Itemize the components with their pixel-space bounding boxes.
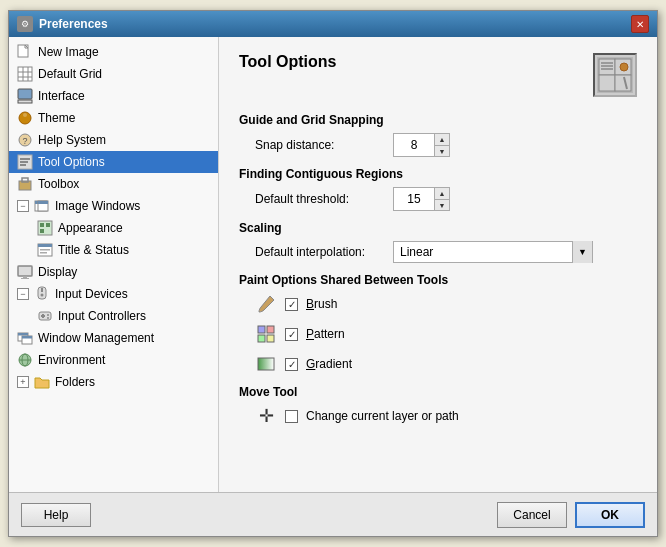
input-devices-expander[interactable]: − xyxy=(17,288,29,300)
threshold-up[interactable]: ▲ xyxy=(435,188,449,199)
gradient-label: Gradient xyxy=(306,357,352,371)
close-button[interactable]: ✕ xyxy=(631,15,649,33)
sidebar-label-title-status: Title & Status xyxy=(58,243,129,257)
pattern-checkbox[interactable] xyxy=(285,328,298,341)
sidebar-item-window-management[interactable]: Window Management xyxy=(9,327,218,349)
sidebar-item-appearance[interactable]: Appearance xyxy=(9,217,218,239)
sidebar-item-folders[interactable]: + Folders xyxy=(9,371,218,393)
svg-point-12 xyxy=(23,113,27,117)
svg-text:?: ? xyxy=(22,136,27,146)
svg-rect-32 xyxy=(40,252,47,254)
move-tool-label: Change current layer or path xyxy=(306,409,459,423)
interpolation-label: Default interpolation: xyxy=(255,245,385,259)
snap-distance-spinners: ▲ ▼ xyxy=(434,134,449,156)
brush-label: Brush xyxy=(306,297,337,311)
sidebar-label-toolbox: Toolbox xyxy=(38,177,79,191)
sidebar-item-image-windows[interactable]: − Image Windows xyxy=(9,195,218,217)
svg-rect-26 xyxy=(40,223,44,227)
svg-point-39 xyxy=(41,294,44,297)
sidebar-label-environment: Environment xyxy=(38,353,105,367)
action-buttons: Cancel OK xyxy=(497,502,645,528)
sidebar-label-new-image: New Image xyxy=(38,45,99,59)
input-devices-icon xyxy=(34,286,50,302)
sidebar-item-toolbox[interactable]: Toolbox xyxy=(9,173,218,195)
input-controllers-icon xyxy=(37,308,53,324)
pattern-row: Pattern xyxy=(255,323,637,345)
svg-rect-30 xyxy=(38,244,52,247)
svg-rect-67 xyxy=(258,358,274,370)
sidebar-item-display[interactable]: Display xyxy=(9,261,218,283)
svg-rect-65 xyxy=(258,335,265,342)
sidebar-label-theme: Theme xyxy=(38,111,75,125)
help-button[interactable]: Help xyxy=(21,503,91,527)
bottom-bar: Help Cancel OK xyxy=(9,492,657,536)
move-tool-checkbox[interactable] xyxy=(285,410,298,423)
tool-options-icon xyxy=(17,154,33,170)
help-system-icon: ? xyxy=(17,132,33,148)
sidebar-item-tool-options[interactable]: Tool Options xyxy=(9,151,218,173)
snap-distance-down[interactable]: ▼ xyxy=(435,145,449,156)
interface-icon xyxy=(17,88,33,104)
tool-options-icon-box xyxy=(593,53,637,97)
default-threshold-row: Default threshold: ▲ ▼ xyxy=(255,187,637,211)
gradient-checkbox[interactable] xyxy=(285,358,298,371)
snap-distance-value[interactable] xyxy=(394,134,434,156)
sidebar-label-help-system: Help System xyxy=(38,133,106,147)
title-bar-left: ⚙ Preferences xyxy=(17,16,108,32)
svg-rect-4 xyxy=(18,67,32,81)
svg-rect-42 xyxy=(41,315,45,317)
theme-icon xyxy=(17,110,33,126)
sidebar-label-input-devices: Input Devices xyxy=(55,287,128,301)
sidebar-label-interface: Interface xyxy=(38,89,85,103)
sidebar-label-image-windows: Image Windows xyxy=(55,199,140,213)
default-threshold-input[interactable]: ▲ ▼ xyxy=(393,187,450,211)
interpolation-select[interactable]: Linear ▼ xyxy=(393,241,593,263)
svg-rect-53 xyxy=(599,59,615,75)
sidebar-item-environment[interactable]: Environment xyxy=(9,349,218,371)
display-icon xyxy=(17,264,33,280)
sidebar-label-window-management: Window Management xyxy=(38,331,154,345)
svg-rect-66 xyxy=(267,335,274,342)
sidebar-item-new-image[interactable]: New Image xyxy=(9,41,218,63)
sidebar-item-theme[interactable]: Theme xyxy=(9,107,218,129)
sidebar-item-title-status[interactable]: Title & Status xyxy=(9,239,218,261)
appearance-icon xyxy=(37,220,53,236)
svg-rect-16 xyxy=(20,158,30,160)
svg-rect-24 xyxy=(38,201,48,204)
svg-rect-46 xyxy=(18,333,28,336)
section-finding-contiguous: Finding Contiguous Regions xyxy=(239,167,637,181)
brush-checkbox[interactable] xyxy=(285,298,298,311)
sidebar-item-interface[interactable]: Interface xyxy=(9,85,218,107)
image-windows-expander[interactable]: − xyxy=(17,200,29,212)
main-panel: Tool Options xyxy=(219,37,657,492)
svg-rect-28 xyxy=(40,229,44,233)
brush-row: Brush xyxy=(255,293,637,315)
sidebar-item-default-grid[interactable]: Default Grid xyxy=(9,63,218,85)
ok-button[interactable]: OK xyxy=(575,502,645,528)
svg-rect-31 xyxy=(40,249,50,251)
threshold-down[interactable]: ▼ xyxy=(435,199,449,210)
default-threshold-value[interactable] xyxy=(394,188,434,210)
snap-distance-input[interactable]: ▲ ▼ xyxy=(393,133,450,157)
sidebar: New Image Default Grid Interface xyxy=(9,37,219,492)
sidebar-item-input-devices[interactable]: − Input Devices xyxy=(9,283,218,305)
svg-point-43 xyxy=(47,314,49,316)
pattern-icon xyxy=(255,323,277,345)
sidebar-item-help-system[interactable]: ? Help System xyxy=(9,129,218,151)
content-area: New Image Default Grid Interface xyxy=(9,37,657,492)
sidebar-label-display: Display xyxy=(38,265,77,279)
interpolation-arrow[interactable]: ▼ xyxy=(572,241,592,263)
default-grid-icon xyxy=(17,66,33,82)
image-windows-icon xyxy=(34,198,50,214)
sidebar-item-input-controllers[interactable]: Input Controllers xyxy=(9,305,218,327)
move-tool-row: ✛ Change current layer or path xyxy=(255,405,637,427)
toolbox-icon xyxy=(17,176,33,192)
svg-point-44 xyxy=(47,317,49,319)
folders-expander[interactable]: + xyxy=(17,376,29,388)
svg-rect-18 xyxy=(20,164,26,166)
snap-distance-row: Snap distance: ▲ ▼ xyxy=(255,133,637,157)
window-management-icon xyxy=(17,330,33,346)
svg-rect-27 xyxy=(46,223,50,227)
cancel-button[interactable]: Cancel xyxy=(497,502,567,528)
snap-distance-up[interactable]: ▲ xyxy=(435,134,449,145)
